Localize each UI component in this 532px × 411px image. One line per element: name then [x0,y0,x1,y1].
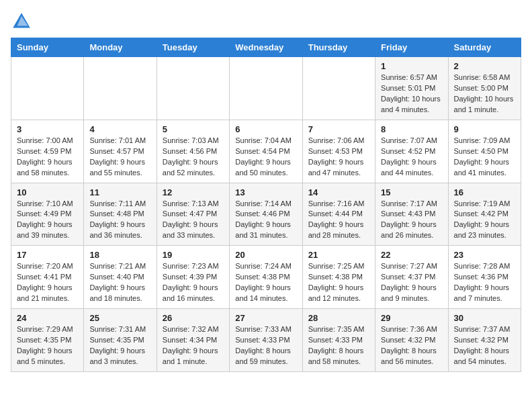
day-number: 2 [454,61,515,71]
day-number: 11 [89,187,150,197]
week-row-1: 1Sunrise: 6:57 AM Sunset: 5:01 PM Daylig… [11,57,521,120]
weekday-header-saturday: Saturday [448,38,521,57]
day-cell: 23Sunrise: 7:28 AM Sunset: 4:36 PM Dayli… [448,246,521,309]
day-cell: 21Sunrise: 7:25 AM Sunset: 4:38 PM Dayli… [302,246,375,309]
day-detail: Sunrise: 7:35 AM Sunset: 4:33 PM Dayligh… [308,324,369,367]
day-cell: 4Sunrise: 7:01 AM Sunset: 4:57 PM Daylig… [84,120,157,183]
day-number: 27 [235,313,296,323]
day-detail: Sunrise: 7:09 AM Sunset: 4:50 PM Dayligh… [454,136,515,179]
day-cell: 3Sunrise: 7:00 AM Sunset: 4:59 PM Daylig… [11,120,84,183]
day-number: 8 [381,124,442,134]
day-detail: Sunrise: 7:07 AM Sunset: 4:52 PM Dayligh… [381,136,442,179]
day-detail: Sunrise: 7:16 AM Sunset: 4:44 PM Dayligh… [308,199,369,242]
day-cell [11,57,84,120]
day-cell: 30Sunrise: 7:37 AM Sunset: 4:32 PM Dayli… [448,309,521,372]
day-number: 22 [381,250,442,260]
day-detail: Sunrise: 7:13 AM Sunset: 4:47 PM Dayligh… [163,199,224,242]
day-detail: Sunrise: 7:32 AM Sunset: 4:34 PM Dayligh… [163,324,224,367]
weekday-header-sunday: Sunday [11,38,84,57]
day-number: 10 [17,187,78,197]
day-number: 5 [163,124,224,134]
day-detail: Sunrise: 7:28 AM Sunset: 4:36 PM Dayligh… [454,261,515,304]
day-cell: 19Sunrise: 7:23 AM Sunset: 4:39 PM Dayli… [157,246,229,309]
week-row-2: 3Sunrise: 7:00 AM Sunset: 4:59 PM Daylig… [11,120,521,183]
day-cell: 1Sunrise: 6:57 AM Sunset: 5:01 PM Daylig… [375,57,448,120]
day-number: 26 [163,313,224,323]
day-detail: Sunrise: 7:00 AM Sunset: 4:59 PM Dayligh… [17,136,78,179]
day-number: 24 [17,313,78,323]
day-cell: 25Sunrise: 7:31 AM Sunset: 4:35 PM Dayli… [84,309,157,372]
day-cell: 17Sunrise: 7:20 AM Sunset: 4:41 PM Dayli… [11,246,84,309]
day-detail: Sunrise: 6:58 AM Sunset: 5:00 PM Dayligh… [454,73,515,116]
day-detail: Sunrise: 7:14 AM Sunset: 4:46 PM Dayligh… [235,199,296,242]
weekday-header-tuesday: Tuesday [157,38,229,57]
day-cell: 22Sunrise: 7:27 AM Sunset: 4:37 PM Dayli… [375,246,448,309]
day-number: 9 [454,124,515,134]
day-detail: Sunrise: 7:21 AM Sunset: 4:40 PM Dayligh… [89,261,150,304]
day-number: 28 [308,313,369,323]
day-detail: Sunrise: 7:23 AM Sunset: 4:39 PM Dayligh… [163,261,224,304]
day-number: 14 [308,187,369,197]
week-row-3: 10Sunrise: 7:10 AM Sunset: 4:49 PM Dayli… [11,183,521,246]
day-number: 7 [308,124,369,134]
day-detail: Sunrise: 7:33 AM Sunset: 4:33 PM Dayligh… [235,324,296,367]
day-cell: 27Sunrise: 7:33 AM Sunset: 4:33 PM Dayli… [230,309,302,372]
day-cell: 18Sunrise: 7:21 AM Sunset: 4:40 PM Dayli… [84,246,157,309]
day-cell [84,57,157,120]
day-detail: Sunrise: 7:25 AM Sunset: 4:38 PM Dayligh… [308,261,369,304]
weekday-header-row: SundayMondayTuesdayWednesdayThursdayFrid… [11,38,521,57]
day-cell: 8Sunrise: 7:07 AM Sunset: 4:52 PM Daylig… [375,120,448,183]
day-number: 13 [235,187,296,197]
day-cell [157,57,229,120]
day-cell: 29Sunrise: 7:36 AM Sunset: 4:32 PM Dayli… [375,309,448,372]
day-number: 16 [454,187,515,197]
day-detail: Sunrise: 7:06 AM Sunset: 4:53 PM Dayligh… [308,136,369,179]
day-number: 1 [381,61,442,71]
day-number: 3 [17,124,78,134]
day-detail: Sunrise: 7:24 AM Sunset: 4:38 PM Dayligh… [235,261,296,304]
day-detail: Sunrise: 7:01 AM Sunset: 4:57 PM Dayligh… [89,136,150,179]
weekday-header-friday: Friday [375,38,448,57]
day-detail: Sunrise: 7:11 AM Sunset: 4:48 PM Dayligh… [89,199,150,242]
day-detail: Sunrise: 7:29 AM Sunset: 4:35 PM Dayligh… [17,324,78,367]
day-cell: 28Sunrise: 7:35 AM Sunset: 4:33 PM Dayli… [302,309,375,372]
header [11,11,521,32]
day-detail: Sunrise: 7:19 AM Sunset: 4:42 PM Dayligh… [454,199,515,242]
week-row-5: 24Sunrise: 7:29 AM Sunset: 4:35 PM Dayli… [11,309,521,372]
day-cell: 13Sunrise: 7:14 AM Sunset: 4:46 PM Dayli… [230,183,302,246]
day-cell: 6Sunrise: 7:04 AM Sunset: 4:54 PM Daylig… [230,120,302,183]
day-cell: 14Sunrise: 7:16 AM Sunset: 4:44 PM Dayli… [302,183,375,246]
day-number: 4 [89,124,150,134]
week-row-4: 17Sunrise: 7:20 AM Sunset: 4:41 PM Dayli… [11,246,521,309]
day-number: 6 [235,124,296,134]
day-cell: 20Sunrise: 7:24 AM Sunset: 4:38 PM Dayli… [230,246,302,309]
day-detail: Sunrise: 7:27 AM Sunset: 4:37 PM Dayligh… [381,261,442,304]
day-number: 19 [163,250,224,260]
day-number: 30 [454,313,515,323]
day-cell: 15Sunrise: 7:17 AM Sunset: 4:43 PM Dayli… [375,183,448,246]
day-cell [302,57,375,120]
weekday-header-monday: Monday [84,38,157,57]
day-cell: 10Sunrise: 7:10 AM Sunset: 4:49 PM Dayli… [11,183,84,246]
day-detail: Sunrise: 7:37 AM Sunset: 4:32 PM Dayligh… [454,324,515,367]
day-detail: Sunrise: 7:03 AM Sunset: 4:56 PM Dayligh… [163,136,224,179]
day-cell: 2Sunrise: 6:58 AM Sunset: 5:00 PM Daylig… [448,57,521,120]
day-cell: 12Sunrise: 7:13 AM Sunset: 4:47 PM Dayli… [157,183,229,246]
day-cell: 24Sunrise: 7:29 AM Sunset: 4:35 PM Dayli… [11,309,84,372]
day-detail: Sunrise: 7:17 AM Sunset: 4:43 PM Dayligh… [381,199,442,242]
day-detail: Sunrise: 7:20 AM Sunset: 4:41 PM Dayligh… [17,261,78,304]
day-number: 12 [163,187,224,197]
day-number: 29 [381,313,442,323]
day-detail: Sunrise: 7:04 AM Sunset: 4:54 PM Dayligh… [235,136,296,179]
day-number: 18 [89,250,150,260]
calendar-table: SundayMondayTuesdayWednesdayThursdayFrid… [11,38,521,372]
weekday-header-wednesday: Wednesday [230,38,302,57]
day-number: 25 [89,313,150,323]
day-number: 20 [235,250,296,260]
day-number: 15 [381,187,442,197]
weekday-header-thursday: Thursday [302,38,375,57]
day-number: 21 [308,250,369,260]
day-number: 17 [17,250,78,260]
day-number: 23 [454,250,515,260]
day-detail: Sunrise: 7:36 AM Sunset: 4:32 PM Dayligh… [381,324,442,367]
